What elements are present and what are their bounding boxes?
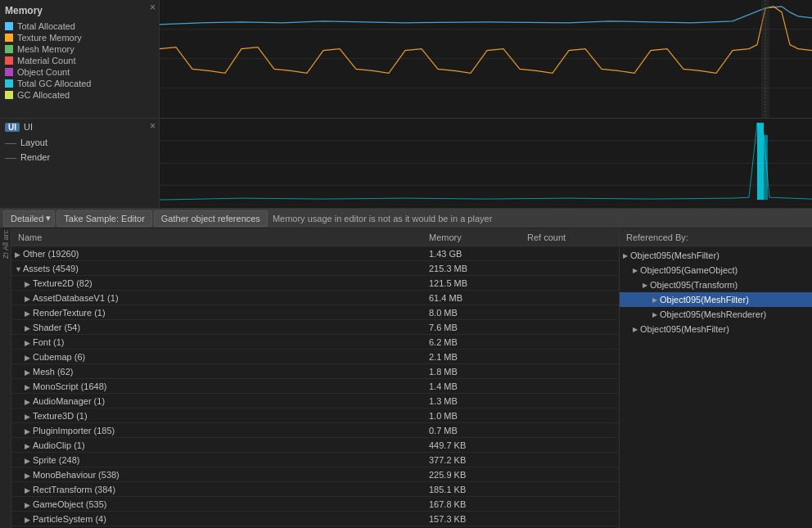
table-row[interactable]: ▶MonoScript (1648) 1.4 MB — [11, 379, 619, 394]
ref-item-5[interactable]: ▶Object095(MeshFilter) — [620, 322, 812, 336]
ref-arrow-1: ▶ — [633, 267, 638, 274]
ui-dash-0: — — [5, 136, 16, 149]
tree-arrow-12[interactable]: ▶ — [25, 427, 33, 435]
table-row[interactable]: ▶PluginImporter (185) 0.7 MB — [11, 423, 619, 438]
row-memory-0: 1.43 GB — [422, 249, 521, 259]
legend-item-1: Texture Memory — [5, 32, 154, 43]
table-row[interactable]: ▶AudioClip (1) 449.7 KB — [11, 438, 619, 453]
ref-label-0: Object095(MeshFilter) — [630, 250, 720, 260]
ui-item-label-1: Render — [20, 152, 50, 162]
col-name-header: Name — [11, 232, 422, 242]
table-header: Name Memory Ref count — [11, 228, 619, 246]
table-row[interactable]: ▼Assets (4549) 215.3 MB — [11, 261, 619, 276]
row-name-7: ▶Cubemap (6) — [11, 352, 422, 362]
ui-badge: UI — [5, 123, 20, 132]
tree-arrow-0[interactable]: ▶ — [15, 250, 23, 259]
table-row[interactable]: ▶RenderTexture (1) 8.0 MB — [11, 305, 619, 320]
table-row[interactable]: ▶RectTransform (384) 185.1 KB — [11, 482, 619, 497]
legend-color-0 — [5, 22, 13, 30]
table-container: arc All Z! Name Memory Ref count ▶Other … — [0, 228, 812, 528]
tree-arrow-2[interactable]: ▶ — [25, 280, 33, 288]
table-row[interactable]: ▶GameObject (535) 167.8 KB — [11, 497, 619, 512]
ui-profiler-mid: × UI UI — Layout — Render 1ms (1000FPS) … — [0, 119, 812, 209]
row-name-16: ▶RectTransform (384) — [11, 485, 422, 494]
table-row[interactable]: ▶Cubemap (6) 2.1 MB — [11, 350, 619, 364]
ref-arrow-3: ▶ — [652, 296, 657, 304]
table-row[interactable]: ▶ParticleSystem (4) 157.3 KB — [11, 512, 619, 526]
row-name-1: ▼Assets (4549) — [11, 264, 422, 273]
row-memory-10: 1.3 MB — [422, 396, 521, 406]
legend-item-4: Object Count — [5, 66, 154, 78]
table-row[interactable]: ▶Sprite (248) 377.2 KB — [11, 453, 619, 467]
row-memory-3: 61.4 MB — [422, 293, 521, 303]
table-body[interactable]: ▶Other (19260) 1.43 GB ▼Assets (4549) 21… — [11, 246, 619, 528]
table-row[interactable]: ▶Other (19260) 1.43 GB — [11, 246, 619, 261]
tree-arrow-18[interactable]: ▶ — [25, 516, 33, 524]
row-memory-5: 7.6 MB — [422, 323, 521, 332]
left-sidebar: arc All Z! — [0, 228, 11, 528]
ref-arrow-0: ▶ — [623, 252, 628, 259]
tree-arrow-13[interactable]: ▶ — [25, 442, 33, 450]
table-row[interactable]: ▶AssetDatabaseV1 (1) 61.4 MB — [11, 291, 619, 305]
legend-color-4 — [5, 68, 13, 76]
tree-arrow-17[interactable]: ▶ — [25, 501, 33, 509]
row-name-9: ▶MonoScript (1648) — [11, 381, 422, 391]
ui-panel-close-btn[interactable]: × — [150, 120, 156, 132]
table-row[interactable]: ▶MonoBehaviour (538) 225.9 KB — [11, 467, 619, 482]
legend-item-6: GC Allocated — [5, 89, 154, 101]
tree-arrow-16[interactable]: ▶ — [25, 486, 33, 494]
ref-label-4: Object095(MeshRenderer) — [660, 309, 766, 319]
legend-color-6 — [5, 91, 13, 99]
tree-arrow-10[interactable]: ▶ — [25, 398, 33, 406]
table-row[interactable]: ▶Mesh (62) 1.8 MB — [11, 364, 619, 379]
legend-close-btn[interactable]: × — [150, 2, 156, 13]
tree-arrow-5[interactable]: ▶ — [25, 324, 33, 332]
table-row[interactable]: ▶Shader (54) 7.6 MB — [11, 320, 619, 335]
tree-arrow-4[interactable]: ▶ — [25, 309, 33, 318]
legend-color-1 — [5, 34, 13, 42]
col-memory-header: Memory — [422, 232, 521, 242]
svg-rect-10 — [757, 123, 764, 200]
tree-arrow-14[interactable]: ▶ — [25, 457, 33, 465]
ref-item-1[interactable]: ▶Object095(GameObject) — [620, 263, 812, 278]
legend-color-3 — [5, 56, 13, 65]
gather-refs-btn[interactable]: Gather object references — [154, 210, 268, 227]
legend-label-1: Texture Memory — [17, 33, 82, 43]
row-name-3: ▶AssetDatabaseV1 (1) — [11, 293, 422, 303]
ref-item-2[interactable]: ▶Object095(Transform) — [620, 278, 812, 292]
ref-item-4[interactable]: ▶Object095(MeshRenderer) — [620, 307, 812, 322]
ref-item-3[interactable]: ▶Object095(MeshFilter) — [620, 292, 812, 307]
table-row[interactable]: ▶Font (1) 6.2 MB — [11, 335, 619, 350]
table-row[interactable]: ▶Texture3D (1) 1.0 MB — [11, 408, 619, 423]
tree-arrow-8[interactable]: ▶ — [25, 368, 33, 377]
tree-arrow-9[interactable]: ▶ — [25, 383, 33, 391]
row-name-15: ▶MonoBehaviour (538) — [11, 470, 422, 480]
row-memory-7: 2.1 MB — [422, 352, 521, 362]
legend-item-5: Total GC Allocated — [5, 78, 154, 89]
legend-title: Memory — [5, 5, 154, 16]
row-memory-15: 225.9 KB — [422, 470, 521, 480]
tree-arrow-1[interactable]: ▼ — [15, 265, 23, 273]
table-row[interactable]: ▶Texture2D (82) 121.5 MB — [11, 276, 619, 291]
row-memory-16: 185.1 KB — [422, 485, 521, 494]
ref-item-0[interactable]: ▶Object095(MeshFilter) — [620, 248, 812, 263]
tree-arrow-3[interactable]: ▶ — [25, 295, 33, 303]
legend-label-3: Material Count — [17, 56, 76, 65]
memory-graph-area — [160, 0, 812, 118]
row-name-4: ▶RenderTexture (1) — [11, 308, 422, 318]
tree-arrow-6[interactable]: ▶ — [25, 339, 33, 347]
legend-item-2: Mesh Memory — [5, 43, 154, 55]
row-name-0: ▶Other (19260) — [11, 249, 422, 259]
table-row[interactable]: ▶AudioManager (1) 1.3 MB — [11, 394, 619, 408]
row-memory-1: 215.3 MB — [422, 264, 521, 273]
mode-dropdown-btn[interactable]: Detailed ▾ — [3, 210, 55, 227]
tree-arrow-15[interactable]: ▶ — [25, 472, 33, 480]
svg-rect-5 — [761, 0, 769, 118]
tree-arrow-7[interactable]: ▶ — [25, 354, 33, 362]
ref-label-1: Object095(GameObject) — [640, 265, 738, 275]
legend-label-2: Mesh Memory — [17, 44, 74, 54]
ui-item-label-0: Layout — [20, 138, 47, 147]
tree-arrow-11[interactable]: ▶ — [25, 413, 33, 421]
take-sample-btn[interactable]: Take Sample: Editor — [56, 210, 151, 227]
col-refcount-header: Ref count — [521, 232, 619, 242]
